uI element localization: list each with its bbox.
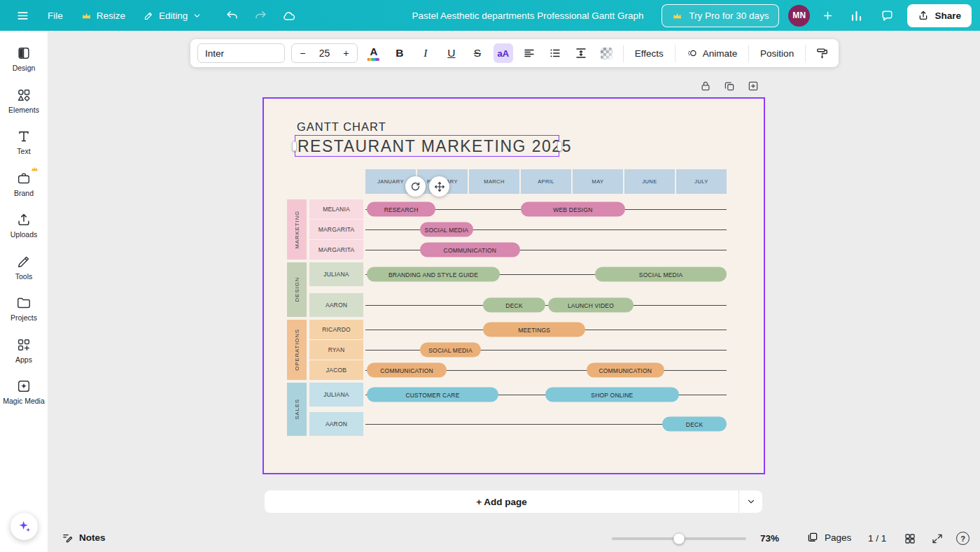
try-pro-button[interactable]: Try Pro for 30 days <box>662 4 779 27</box>
month-header-cell[interactable]: JULY <box>676 169 727 194</box>
resize-handle-left[interactable] <box>292 141 297 151</box>
font-family-selector[interactable]: Inter <box>197 43 285 63</box>
task-pill[interactable]: SOCIAL MEDIA <box>595 267 727 282</box>
sidebar-item-text[interactable]: Text <box>0 121 48 163</box>
main-menu-button[interactable] <box>8 3 37 27</box>
add-page-icon-button[interactable] <box>747 80 760 95</box>
canvas-page[interactable]: GANTT CHART RESTAURANT MARKETING 2025 JA… <box>262 97 765 474</box>
selected-text-element[interactable]: RESTAURANT MARKETING 2025 <box>295 135 559 157</box>
month-header-cell[interactable]: MARCH <box>469 169 519 194</box>
spacing-button[interactable] <box>571 43 591 63</box>
position-button[interactable]: Position <box>755 48 799 59</box>
task-pill[interactable]: SOCIAL MEDIA <box>420 343 481 358</box>
help-button[interactable]: ? <box>956 532 969 545</box>
zoom-slider-thumb[interactable] <box>673 533 685 545</box>
text-color-button[interactable]: A <box>364 43 384 63</box>
add-member-button[interactable] <box>819 3 836 27</box>
file-menu-button[interactable]: File <box>40 3 71 27</box>
department-label[interactable]: MARKETING <box>287 199 307 260</box>
font-size-stepper: − 25 + <box>291 43 358 63</box>
italic-button[interactable]: I <box>416 43 435 63</box>
format-painter-button[interactable] <box>812 43 832 63</box>
department-label[interactable]: SALES <box>287 383 307 436</box>
add-page-button[interactable]: + Add page <box>265 490 738 513</box>
avatar[interactable]: MN <box>788 5 810 27</box>
person-cell[interactable]: MARGARITA <box>309 220 363 239</box>
gantt-row: JULIANABRANDING AND STYLE GUIDESOCIAL ME… <box>309 262 727 286</box>
person-cell[interactable]: MARGARITA <box>309 240 363 260</box>
document-title[interactable]: Pastel Aesthetic departments Professiona… <box>412 10 644 21</box>
sidebar-item-brand[interactable]: Brand <box>0 163 48 205</box>
month-header-cell[interactable]: JUNE <box>624 169 675 194</box>
undo-button[interactable] <box>222 3 243 27</box>
sidebar-item-apps[interactable]: Apps <box>0 330 48 371</box>
share-button[interactable]: Share <box>907 4 972 27</box>
grid-view-button[interactable] <box>904 532 916 548</box>
task-pill[interactable]: BRANDING AND STYLE GUIDE <box>367 267 500 282</box>
list-button[interactable] <box>545 43 565 63</box>
task-pill[interactable]: COMMUNICATION <box>367 363 447 378</box>
notes-button[interactable]: Notes <box>62 532 106 544</box>
add-page-dropdown-button[interactable] <box>738 490 762 513</box>
sidebar-item-uploads[interactable]: Uploads <box>0 204 48 246</box>
assistant-button[interactable] <box>10 513 38 540</box>
transparency-button[interactable] <box>597 43 617 63</box>
alignment-button[interactable] <box>519 43 539 63</box>
sidebar-item-projects[interactable]: Projects <box>0 288 48 330</box>
person-cell[interactable]: JACOB <box>309 360 363 380</box>
task-pill[interactable]: RESEARCH <box>367 202 435 217</box>
task-pill[interactable]: DECK <box>483 298 545 313</box>
pages-button[interactable]: Pages <box>806 531 851 544</box>
font-size-decrease-button[interactable]: − <box>292 48 314 59</box>
sidebar-item-tools[interactable]: Tools <box>0 246 48 288</box>
resize-handle-right[interactable] <box>557 141 562 151</box>
page-title-text[interactable]: RESTAURANT MARKETING 2025 <box>298 136 572 155</box>
task-pill[interactable]: WEB DESIGN <box>521 202 625 217</box>
person-cell[interactable]: JULIANA <box>309 383 363 406</box>
effects-button[interactable]: Effects <box>630 48 668 59</box>
person-cell[interactable]: RYAN <box>309 340 363 360</box>
editing-mode-button[interactable]: Editing <box>136 3 209 27</box>
duplicate-page-button[interactable] <box>723 80 736 95</box>
person-cell[interactable]: AARON <box>309 293 363 317</box>
fullscreen-button[interactable] <box>931 532 944 548</box>
task-pill[interactable]: MEETINGS <box>483 323 585 337</box>
task-pill[interactable]: CUSTOMER CARE <box>367 388 498 402</box>
sidebar-item-design[interactable]: Design <box>0 38 48 80</box>
person-cell[interactable]: RICARDO <box>309 320 363 339</box>
animate-button[interactable]: Animate <box>682 48 743 59</box>
comments-button[interactable] <box>876 3 898 27</box>
sidebar-item-magic-media[interactable]: Magic Media <box>0 371 48 413</box>
font-size-value[interactable]: 25 <box>314 48 335 59</box>
task-pill[interactable]: COMMUNICATION <box>420 243 520 257</box>
month-header-cell[interactable]: MAY <box>573 169 623 194</box>
insights-button[interactable] <box>846 3 867 27</box>
text-case-button[interactable]: aA <box>493 43 513 63</box>
cloud-save-button[interactable] <box>278 3 300 27</box>
strikethrough-button[interactable]: S <box>468 43 487 63</box>
rotate-handle-button[interactable] <box>405 176 426 197</box>
department-label[interactable]: OPERATIONS <box>287 320 307 380</box>
underline-button[interactable]: U <box>442 43 461 63</box>
move-handle-button[interactable] <box>429 176 449 197</box>
person-cell[interactable]: AARON <box>309 412 363 436</box>
gantt-chart-heading[interactable]: GANTT CHART <box>297 120 386 134</box>
sidebar-item-elements[interactable]: Elements <box>0 80 48 122</box>
resize-button[interactable]: Resize <box>74 3 133 27</box>
zoom-level[interactable]: 73% <box>760 533 779 544</box>
month-header-cell[interactable]: APRIL <box>521 169 571 194</box>
task-pill[interactable]: SHOP ONLINE <box>545 388 679 402</box>
task-pill[interactable]: DECK <box>662 417 727 432</box>
bold-button[interactable]: B <box>390 43 410 63</box>
left-sidebar: Design Elements Text Brand Uploads Tools… <box>0 31 48 552</box>
person-cell[interactable]: JULIANA <box>309 262 363 286</box>
task-pill[interactable]: COMMUNICATION <box>587 363 664 378</box>
department-label[interactable]: DESIGN <box>287 262 307 317</box>
zoom-slider[interactable] <box>612 537 746 540</box>
person-cell[interactable]: MELANIA <box>309 199 363 219</box>
task-pill[interactable]: LAUNCH VIDEO <box>548 298 634 313</box>
font-size-increase-button[interactable]: + <box>335 48 357 59</box>
redo-button[interactable] <box>250 3 271 27</box>
task-pill[interactable]: SOCIAL MEDIA <box>420 222 473 237</box>
lock-page-button[interactable] <box>699 80 712 95</box>
